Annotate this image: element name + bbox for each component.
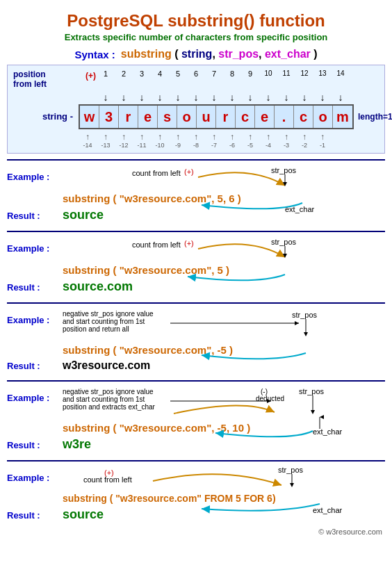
nums-top-row: 1 2 3 4 5 6 7 8 9 10 11 12 13 14 — [97, 70, 350, 78]
string-box: w 3 r e s o u r c e . c o m — [79, 104, 354, 129]
divider-4 — [7, 380, 385, 382]
example-1-func: substring ( "w3resource.com", 5, 6 ) — [63, 193, 241, 204]
char-e: e — [138, 106, 158, 128]
svg-text:str_pos: str_pos — [299, 387, 325, 395]
syntax-func: substring — [121, 48, 174, 60]
num-12: 12 — [295, 70, 313, 78]
char-e2: e — [255, 106, 275, 128]
result-5-label: Result : — [7, 509, 63, 521]
example-2-content: count from left (+) str_pos — [63, 242, 385, 277]
svg-text:str_pos: str_pos — [292, 311, 318, 319]
svg-text:count from left: count from left — [132, 169, 181, 177]
pos-from-left-label: positionfrom left — [13, 70, 47, 90]
result-4-label: Result : — [7, 439, 63, 450]
svg-text:count from left: count from left — [132, 240, 181, 249]
page: PostgreSQL substring() function Extracts… — [0, 0, 392, 543]
char-3: 3 — [99, 106, 119, 128]
diagram-section: positionfrom left (+) 1 2 3 4 5 6 7 8 9 … — [7, 65, 385, 154]
example-5-row: Example : (+) count from left str_pos ex… — [7, 471, 385, 505]
example-2-row: Example : count from left (+) str_pos — [7, 242, 385, 277]
svg-text:deducted: deducted — [256, 395, 284, 402]
divider-5 — [7, 460, 385, 462]
result-2-label: Result : — [7, 281, 63, 293]
svg-text:(+): (+) — [104, 468, 114, 477]
up-arrows: ↑ ↑ ↑ ↑ ↑ ↑ ↑ ↑ ↑ ↑ ↑ ↑ ↑ ↑ — [79, 132, 382, 142]
char-w: w — [80, 106, 99, 128]
svg-text:and start counting from 1st: and start counting from 1st — [63, 318, 145, 325]
svg-text:(+): (+) — [184, 239, 194, 247]
num-2: 2 — [115, 70, 133, 78]
num-14: 14 — [332, 70, 350, 78]
example-1-content: count from left (+) str_pos ext_char — [63, 170, 385, 205]
svg-text:str_pos: str_pos — [278, 466, 304, 474]
result-4-row: Result : w3re — [7, 437, 385, 452]
result-5-row: Result : source — [7, 507, 385, 522]
svg-text:position and extracts ext_char: position and extracts ext_char — [63, 403, 156, 411]
result-1-row: Result : source — [7, 208, 385, 222]
svg-text:position and return all: position and return all — [63, 325, 129, 333]
length-label: length=14 — [358, 112, 392, 122]
example-1-label: Example : — [7, 170, 63, 182]
page-title: PostgreSQL substring() function — [0, 7, 392, 32]
result-4-value: w3re — [63, 437, 91, 452]
example-2-func-row: substring ( "w3resource.com", 5 ) — [63, 264, 385, 277]
char-c2: c — [294, 106, 313, 128]
example-5-func-row: substring ( "w3resource.com" FROM 5 FOR … — [63, 492, 385, 505]
example-3-func: substring ( "w3resource.com", -5 ) — [63, 344, 233, 356]
syntax-text: substring ( string, str_pos, ext_char ) — [121, 48, 318, 60]
example-5-section: Example : (+) count from left str_pos ex… — [0, 467, 392, 525]
syntax-label: Syntax : — [74, 49, 115, 60]
char-m: m — [333, 106, 352, 128]
result-1-label: Result : — [7, 209, 63, 221]
char-c: c — [236, 106, 255, 128]
svg-text:negative str_pos ignore value: negative str_pos ignore value — [63, 310, 154, 318]
num-8: 8 — [223, 70, 241, 78]
example-5-label: Example : — [7, 471, 63, 483]
svg-text:and start counting from 1st: and start counting from 1st — [63, 395, 145, 403]
example-3-row: Example : negative str_pos ignore value … — [7, 313, 385, 357]
result-1-value: source — [63, 208, 104, 222]
pos-top-row: positionfrom left (+) 1 2 3 4 5 6 7 8 9 … — [10, 70, 382, 81]
svg-text:negative str_pos ignore value: negative str_pos ignore value — [63, 388, 154, 395]
example-4-row: Example : negative str_pos ignore value … — [7, 391, 385, 434]
result-2-value: source.com — [63, 279, 133, 294]
example-1-func-row: substring ( "w3resource.com", 5, 6 ) — [63, 193, 385, 205]
string-row: string - w 3 r e s o u r c e . c o m len… — [10, 103, 382, 131]
num-1: 1 — [97, 70, 115, 78]
num-6: 6 — [187, 70, 205, 78]
example-4-func-row: substring ( "w3resource.com", -5, 10 ) — [63, 422, 385, 434]
example-1-row: Example : count from left (+) str_pos ex… — [7, 170, 385, 205]
example-2-func: substring ( "w3resource.com", 5 ) — [63, 264, 229, 276]
plus-sign-label: (+) — [85, 71, 96, 81]
example-3-section: Example : negative str_pos ignore value … — [0, 309, 392, 375]
result-3-label: Result : — [7, 359, 63, 371]
down-arrows: ↓ ↓ ↓ ↓ ↓ ↓ ↓ ↓ ↓ ↓ ↓ ↓ ↓ ↓ — [97, 92, 382, 103]
result-3-value: w3resource.com — [63, 359, 150, 372]
svg-text:str_pos: str_pos — [271, 238, 297, 246]
string-label: string - — [10, 111, 73, 122]
nums-bottom-row: -14 -13 -12 -11 -10 -9 -8 -7 -6 -5 -4 -3… — [79, 142, 382, 149]
example-4-label: Example : — [7, 391, 63, 403]
num-13: 13 — [313, 70, 332, 78]
char-r: r — [119, 106, 138, 128]
num-5: 5 — [169, 70, 187, 78]
result-3-row: Result : w3resource.com — [7, 359, 385, 372]
example-5-func: substring ( "w3resource.com" FROM 5 FOR … — [63, 493, 276, 504]
char-o: o — [177, 106, 197, 128]
svg-text:(-): (-) — [261, 388, 268, 395]
num-3: 3 — [133, 70, 151, 78]
char-r2: r — [216, 106, 236, 128]
divider-3 — [7, 302, 385, 304]
result-5-value: source — [63, 507, 104, 522]
num-11: 11 — [277, 70, 295, 78]
example-2-label: Example : — [7, 242, 63, 254]
example-2-arrows: count from left (+) str_pos — [63, 236, 327, 285]
syntax-row: Syntax : substring ( string, str_pos, ex… — [0, 48, 392, 60]
copyright: © w3resource.com — [0, 525, 392, 536]
char-o2: o — [313, 106, 333, 128]
example-4-func: substring ( "w3resource.com", -5, 10 ) — [63, 422, 250, 434]
svg-text:(+): (+) — [184, 168, 194, 176]
example-1-arrows: count from left (+) str_pos ext_char — [63, 165, 327, 213]
example-3-label: Example : — [7, 313, 63, 325]
example-1-section: Example : count from left (+) str_pos ex… — [0, 166, 392, 225]
